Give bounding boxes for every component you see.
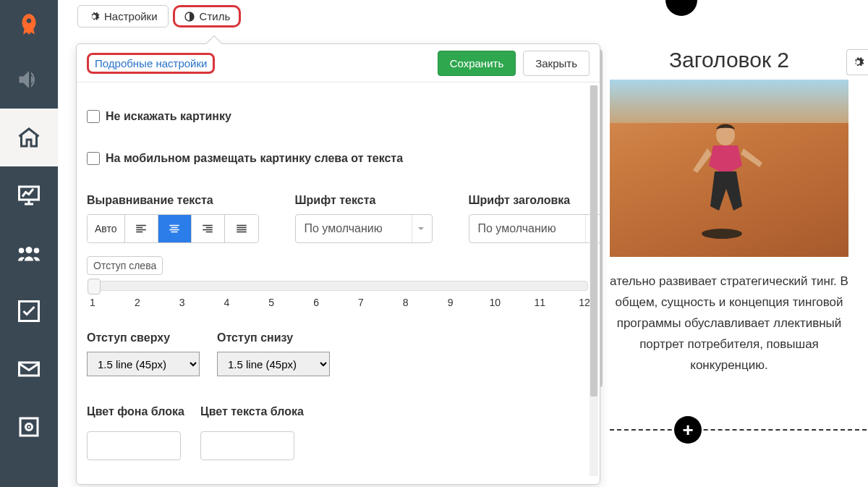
tab-settings-label: Настройки [104,10,158,22]
contrast-icon [184,11,195,22]
bottom-indent-heading: Отступ снизу [217,331,330,344]
bottom-indent-select[interactable]: 1.5 line (45px) [217,352,330,376]
close-button[interactable]: Закрыть [523,51,590,76]
align-justify-icon [235,222,248,235]
slider-thumb[interactable] [88,279,101,295]
caret-icon [412,215,430,242]
dont-distort-checkbox[interactable] [87,110,100,123]
bg-color-heading: Цвет фона блока [87,405,184,418]
mobile-left-label: На мобильном размещать картинку слева от… [106,152,403,165]
align-center-icon [168,222,181,235]
panel-scrollbar[interactable] [590,85,598,476]
gear-icon [88,11,100,22]
sidebar-item-check[interactable] [0,282,58,340]
slider-tick: 5 [268,297,274,308]
tab-style[interactable]: Стиль [173,5,242,27]
left-indent-label: Отступ слева [87,256,163,275]
sidebar-item-mail[interactable] [0,340,58,398]
slider-tick: 9 [448,297,454,308]
align-right-button[interactable] [192,215,225,242]
sidebar-item-sound[interactable] [0,51,58,109]
bottom-indent-col: Отступ снизу 1.5 line (45px) [217,331,330,376]
bg-color-input[interactable] [87,431,181,460]
chart-icon [16,182,42,208]
text-font-value: По умолчанию [305,222,383,235]
mobile-left-checkbox[interactable] [87,152,100,165]
align-left-button[interactable] [125,215,158,242]
dont-distort-row[interactable]: Не искажать картинку [87,110,590,123]
text-font-heading: Шрифт текста [295,194,433,207]
panel-body: Не искажать картинку На мобильном размещ… [77,82,600,484]
slider-tick: 10 [490,297,501,308]
sidebar-item-presentation[interactable] [0,166,58,224]
add-section-button[interactable]: + [674,416,702,444]
text-align-heading: Выравнивание текста [87,194,259,207]
font-row: Выравнивание текста Авто [87,194,590,243]
left-sidebar [0,0,58,487]
top-tabs: Настройки Стиль [77,5,241,27]
color-row: Цвет фона блока Цвет текста блока [87,405,590,460]
slider-tick: 12 [579,297,590,308]
slider-tick: 6 [313,297,319,308]
slider-tick: 4 [224,297,230,308]
slider-tick: 11 [534,297,545,308]
top-indent-select[interactable]: 1.5 line (45px) [87,352,200,376]
text-align-col: Выравнивание текста Авто [87,194,259,243]
sidebar-item-safe[interactable] [0,398,58,456]
text-font-col: Шрифт текста По умолчанию [295,194,433,243]
padding-row: Отступ сверху 1.5 line (45px) Отступ сни… [87,331,590,376]
tab-style-label: Стиль [200,10,231,22]
text-color-input[interactable] [200,431,294,460]
content-image [610,80,848,257]
rocket-icon [15,12,43,39]
left-indent-slider[interactable] [88,281,588,291]
gear-icon [851,56,864,69]
mail-icon [16,356,42,382]
slider-tick: 3 [179,297,185,308]
align-right-icon [201,222,214,235]
header-font-col: Шрифт заголовка По умолчанию [469,194,600,243]
align-justify-button[interactable] [225,215,258,242]
bg-color-col: Цвет фона блока [87,405,184,460]
users-icon [16,240,42,266]
slider-ticks: 123456789101112 [88,297,588,314]
tab-settings[interactable]: Настройки [77,5,169,27]
align-auto-button[interactable]: Авто [88,215,125,242]
top-indent-heading: Отступ сверху [87,331,200,344]
section-divider [610,429,867,431]
panel-header: Подробные настройки Сохранить Закрыть [77,44,600,82]
text-color-heading: Цвет текста блока [200,405,304,418]
align-group: Авто [87,214,259,243]
text-color-col: Цвет текста блока [200,405,304,460]
align-center-button[interactable] [158,215,192,242]
slider-tick: 2 [135,297,140,308]
top-circle-decoration [665,0,697,16]
slider-tick: 8 [403,297,409,308]
dont-distort-label: Не искажать картинку [106,110,231,123]
content-title: Заголовок 2 [610,48,848,72]
slider-tick: 7 [358,297,364,308]
style-panel: Подробные настройки Сохранить Закрыть Не… [76,43,600,485]
header-font-value: По умолчанию [478,222,556,235]
checkbox-icon [16,298,42,324]
header-font-heading: Шрифт заголовка [469,194,600,207]
settings-gear-tab[interactable] [846,49,868,75]
sidebar-item-home[interactable] [0,109,58,166]
sidebar-logo[interactable] [0,0,58,51]
content-preview: Заголовок 2 ательно развивает стратегиче… [610,48,848,376]
detailed-settings-link[interactable]: Подробные настройки [87,53,215,74]
sound-icon [16,67,42,93]
sidebar-item-users[interactable] [0,224,58,282]
header-font-select[interactable]: По умолчанию [469,214,600,243]
person-illustration [686,119,765,242]
top-indent-col: Отступ сверху 1.5 line (45px) [87,331,200,376]
save-button[interactable]: Сохранить [438,51,516,76]
svg-point-7 [702,229,742,239]
slider-tick: 1 [90,297,95,308]
scrollbar-thumb[interactable] [590,85,597,397]
text-font-select[interactable]: По умолчанию [295,214,433,243]
content-text: ательно развивает стратегический тинг. В… [610,271,848,376]
svg-point-4 [28,426,30,428]
mobile-left-row[interactable]: На мобильном размещать картинку слева от… [87,152,590,165]
safe-icon [16,414,42,440]
